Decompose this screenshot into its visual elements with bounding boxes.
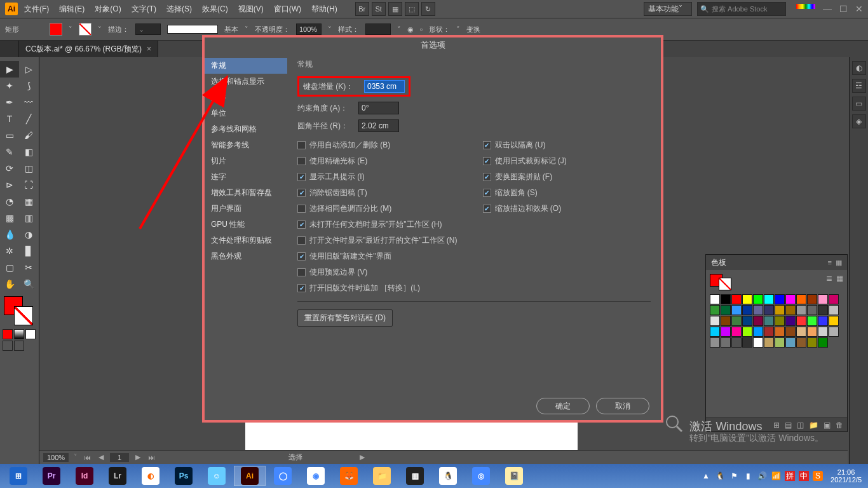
checkbox-icon[interactable]: [297, 268, 306, 276]
checkbox-icon[interactable]: [483, 173, 491, 181]
checkbox-icon[interactable]: [483, 205, 491, 213]
artboard-tool[interactable]: ▢: [0, 259, 19, 276]
swatch-color[interactable]: [753, 294, 763, 304]
nav-hyphenation[interactable]: 连字: [205, 169, 287, 185]
line-tool[interactable]: ╱: [19, 111, 38, 127]
tray-ime1-icon[interactable]: 拼: [785, 471, 795, 481]
menu-help[interactable]: 帮助(H): [308, 1, 341, 17]
taskbar-app-1[interactable]: Id: [69, 466, 100, 486]
swatch-color[interactable]: [796, 316, 806, 326]
nav-gpu[interactable]: GPU 性能: [205, 217, 287, 233]
swatch-color[interactable]: [710, 327, 720, 337]
reset-warnings-button[interactable]: 重置所有警告对话框 (D): [297, 309, 393, 327]
blend-tool[interactable]: ◑: [19, 226, 38, 243]
swatch-color[interactable]: [753, 305, 763, 315]
swatches-delete-icon[interactable]: 🗑: [836, 421, 843, 430]
pref-check-right-1[interactable]: 使用日式裁剪标记 (J): [483, 156, 567, 166]
swatch-color[interactable]: [753, 327, 763, 337]
swatch-color[interactable]: [796, 327, 806, 337]
taskbar-app-14[interactable]: 📓: [498, 466, 530, 486]
swatch-color[interactable]: [753, 337, 763, 348]
taskbar-app-5[interactable]: ☺: [201, 466, 233, 486]
swatch-color[interactable]: [807, 327, 817, 337]
scale-tool[interactable]: ◫: [19, 160, 38, 177]
nav-units[interactable]: 单位: [205, 105, 287, 121]
taskbar-app-2[interactable]: Lr: [102, 466, 133, 486]
swatch-color[interactable]: [731, 294, 742, 304]
none-mode-icon[interactable]: [25, 329, 36, 339]
start-button[interactable]: ⊞: [3, 466, 34, 486]
nav-selection[interactable]: 选择和锚点显示: [205, 74, 287, 90]
checkbox-icon[interactable]: [297, 173, 306, 181]
pref-check-left-4[interactable]: 选择相同色调百分比 (M): [297, 203, 458, 214]
swatch-color[interactable]: [710, 305, 720, 315]
nav-ui[interactable]: 用户界面: [205, 201, 287, 217]
checkbox-icon[interactable]: [483, 157, 491, 165]
slice-tool[interactable]: ✂: [19, 259, 38, 276]
fill-swatch[interactable]: [50, 23, 62, 36]
checkbox-icon[interactable]: [297, 205, 306, 213]
swatch-color[interactable]: [731, 305, 742, 315]
swatch-color[interactable]: [785, 294, 796, 304]
stock-icon[interactable]: St: [372, 2, 386, 16]
artboard-number[interactable]: 1: [110, 453, 129, 462]
swatch-color[interactable]: [764, 294, 774, 304]
status-play-icon[interactable]: ▶: [358, 453, 366, 461]
pref-check-left-0[interactable]: 停用自动添加／删除 (B): [297, 140, 458, 151]
first-artboard-icon[interactable]: ⏮: [83, 454, 92, 461]
lasso-tool[interactable]: ⟆: [19, 78, 38, 94]
swatch-color[interactable]: [807, 337, 817, 348]
zoom-value[interactable]: 100%: [43, 453, 69, 462]
swatch-color[interactable]: [807, 294, 817, 304]
swatches-list-view-icon[interactable]: ≡: [828, 259, 832, 267]
bridge-icon[interactable]: Br: [355, 2, 369, 16]
keyboard-increment-input[interactable]: 0353 cm: [364, 80, 405, 93]
properties-panel-icon[interactable]: ◐: [852, 61, 866, 75]
taskbar-app-7[interactable]: ◯: [267, 466, 299, 486]
screen-mode2-icon[interactable]: [14, 341, 24, 351]
pref-check-left-7[interactable]: 使用旧版"新建文件"界面: [297, 251, 458, 262]
hand-tool[interactable]: ✋: [0, 276, 19, 292]
nav-type[interactable]: 文字: [205, 90, 287, 105]
rotate-tool[interactable]: ⟳: [0, 160, 19, 177]
menu-file[interactable]: 文件(F): [20, 1, 53, 17]
taskbar-app-4[interactable]: Ps: [168, 466, 200, 486]
nav-black[interactable]: 黑色外观: [205, 248, 287, 264]
swatch-color[interactable]: [775, 327, 785, 337]
swatch-color[interactable]: [753, 316, 763, 326]
checkbox-icon[interactable]: [297, 252, 306, 261]
swatch-color[interactable]: [764, 337, 774, 348]
taskbar-app-6[interactable]: Ai: [234, 466, 266, 486]
checkbox-icon[interactable]: [483, 189, 491, 197]
swatch-color[interactable]: [796, 305, 806, 315]
nav-slices[interactable]: 切片: [205, 153, 287, 169]
zoom-tool[interactable]: 🔍: [19, 276, 38, 292]
taskbar-app-10[interactable]: 📁: [366, 466, 398, 486]
pref-check-left-8[interactable]: 使用预览边界 (V): [297, 267, 458, 278]
swatch-color[interactable]: [785, 305, 796, 315]
stroke-weight[interactable]: ⌄: [135, 24, 161, 35]
taskbar-app-3[interactable]: ◐: [135, 466, 166, 486]
transform-label[interactable]: 变换: [466, 25, 480, 34]
pref-check-left-1[interactable]: 使用精确光标 (E): [297, 156, 458, 166]
brush-tool[interactable]: 🖌: [19, 127, 38, 144]
taskbar-app-13[interactable]: ◎: [465, 466, 497, 486]
rectangle-tool[interactable]: ▭: [0, 127, 19, 144]
swatch-color[interactable]: [775, 316, 785, 326]
pref-check-left-9[interactable]: 打开旧版文件时追加 ［转换］(L): [297, 283, 458, 294]
symbol-sprayer-tool[interactable]: ✲: [0, 243, 19, 259]
prev-artboard-icon[interactable]: ◀: [97, 453, 105, 461]
eraser-tool[interactable]: ◧: [19, 144, 38, 160]
free-transform-tool[interactable]: ⛶: [19, 177, 38, 193]
type-tool[interactable]: T: [0, 111, 19, 127]
pref-check-right-4[interactable]: 缩放描边和效果 (O): [483, 203, 567, 214]
fill-stroke-swatch[interactable]: [3, 296, 36, 325]
last-artboard-icon[interactable]: ⏭: [147, 454, 156, 461]
pref-check-left-2[interactable]: 显示工具提示 (I): [297, 172, 458, 182]
swatch-color[interactable]: [731, 316, 742, 326]
search-stock-input[interactable]: 🔍搜索 Adobe Stock: [697, 2, 786, 16]
checkbox-icon[interactable]: [297, 189, 306, 197]
nav-file-handling[interactable]: 文件处理和剪贴板: [205, 233, 287, 248]
checkbox-icon[interactable]: [297, 141, 306, 149]
swatch-color[interactable]: [829, 316, 839, 326]
